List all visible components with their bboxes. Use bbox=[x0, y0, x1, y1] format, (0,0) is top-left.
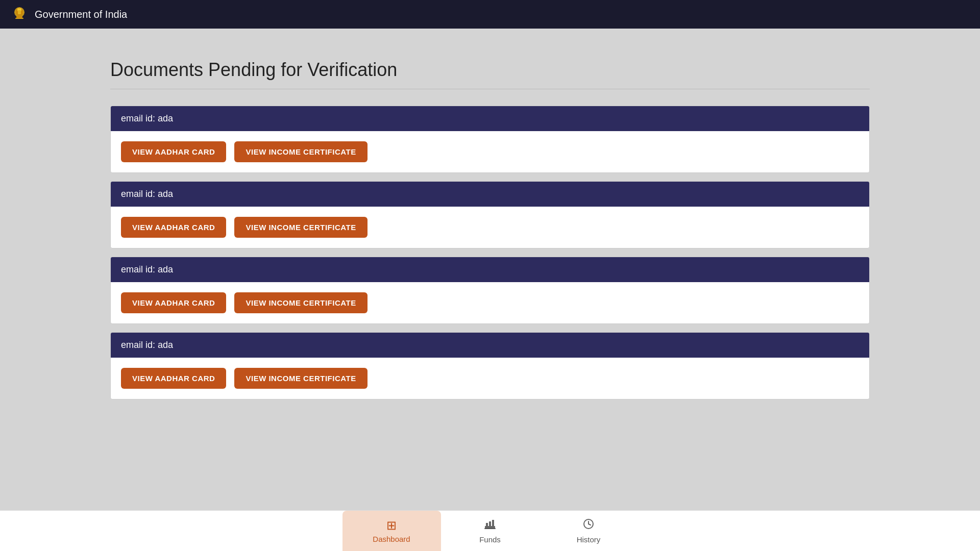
view-aadhar-button-3[interactable]: VIEW AADHAR CARD bbox=[121, 292, 226, 313]
doc-card-body-2: VIEW AADHAR CARD VIEW INCOME CERTIFICATE bbox=[111, 207, 869, 248]
view-aadhar-button-4[interactable]: VIEW AADHAR CARD bbox=[121, 368, 226, 389]
top-navbar: Government of India bbox=[0, 0, 980, 29]
doc-card-body-3: VIEW AADHAR CARD VIEW INCOME CERTIFICATE bbox=[111, 282, 869, 323]
doc-card-body-4: VIEW AADHAR CARD VIEW INCOME CERTIFICATE bbox=[111, 358, 869, 399]
logo-container: Government of India bbox=[10, 5, 127, 23]
svg-rect-12 bbox=[486, 523, 488, 526]
nav-title: Government of India bbox=[35, 9, 127, 20]
page-title: Documents Pending for Verification bbox=[110, 59, 870, 89]
doc-card-4: email id: ada VIEW AADHAR CARD VIEW INCO… bbox=[110, 332, 870, 399]
view-income-certificate-button-1[interactable]: VIEW INCOME CERTIFICATE bbox=[234, 141, 367, 162]
view-aadhar-button-1[interactable]: VIEW AADHAR CARD bbox=[121, 141, 226, 162]
svg-rect-10 bbox=[15, 18, 23, 19]
doc-card-body-1: VIEW AADHAR CARD VIEW INCOME CERTIFICATE bbox=[111, 131, 869, 172]
doc-card-header-2: email id: ada bbox=[111, 182, 869, 207]
nav-item-dashboard[interactable]: ⊞ Dashboard bbox=[342, 511, 441, 552]
svg-rect-9 bbox=[16, 16, 22, 18]
doc-card-3: email id: ada VIEW AADHAR CARD VIEW INCO… bbox=[110, 257, 870, 324]
view-income-certificate-button-2[interactable]: VIEW INCOME CERTIFICATE bbox=[234, 217, 367, 238]
nav-item-funds[interactable]: Funds bbox=[441, 511, 540, 552]
nav-label-dashboard: Dashboard bbox=[373, 535, 410, 543]
history-icon bbox=[582, 518, 595, 533]
view-income-certificate-button-3[interactable]: VIEW INCOME CERTIFICATE bbox=[234, 292, 367, 313]
doc-card-1: email id: ada VIEW AADHAR CARD VIEW INCO… bbox=[110, 106, 870, 173]
svg-rect-4 bbox=[18, 10, 21, 14]
svg-rect-13 bbox=[489, 521, 491, 526]
government-emblem-icon bbox=[10, 5, 29, 23]
view-aadhar-button-2[interactable]: VIEW AADHAR CARD bbox=[121, 217, 226, 238]
doc-card-header-1: email id: ada bbox=[111, 106, 869, 131]
doc-card-2: email id: ada VIEW AADHAR CARD VIEW INCO… bbox=[110, 181, 870, 248]
svg-rect-14 bbox=[492, 520, 494, 526]
svg-line-18 bbox=[589, 524, 591, 525]
nav-label-funds: Funds bbox=[479, 535, 501, 544]
doc-card-header-3: email id: ada bbox=[111, 257, 869, 282]
view-income-certificate-button-4[interactable]: VIEW INCOME CERTIFICATE bbox=[234, 368, 367, 389]
funds-icon bbox=[484, 518, 496, 533]
cards-container: email id: ada VIEW AADHAR CARD VIEW INCO… bbox=[110, 106, 870, 399]
doc-card-header-4: email id: ada bbox=[111, 333, 869, 358]
svg-rect-15 bbox=[484, 528, 496, 529]
bottom-navbar: ⊞ Dashboard Funds History bbox=[0, 510, 980, 551]
nav-item-history[interactable]: History bbox=[540, 511, 638, 552]
dashboard-icon: ⊞ bbox=[386, 518, 397, 533]
nav-label-history: History bbox=[577, 535, 601, 544]
main-content: Documents Pending for Verification email… bbox=[0, 29, 980, 438]
